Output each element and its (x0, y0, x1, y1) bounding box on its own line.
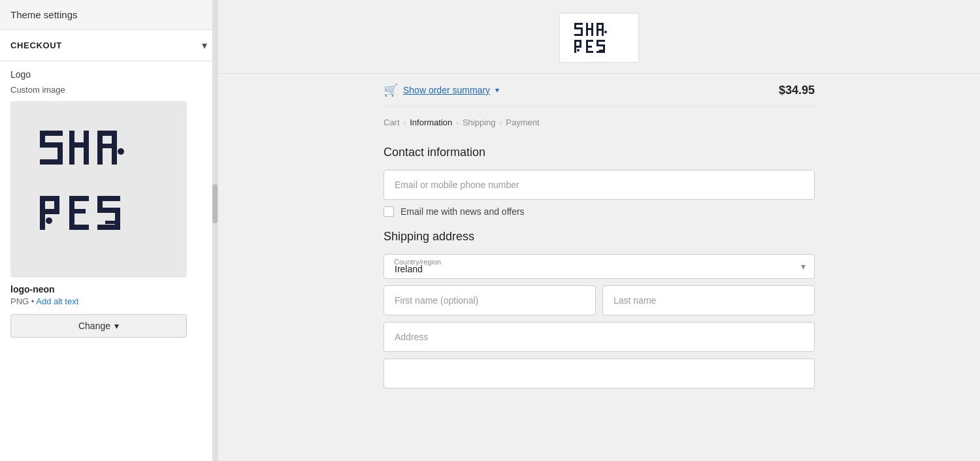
address-field[interactable] (384, 322, 815, 352)
name-row (384, 285, 815, 315)
svg-rect-31 (581, 29, 583, 35)
logo-image-container (10, 101, 187, 278)
order-summary-toggle[interactable]: 🛒 Show order summary ▾ (384, 83, 499, 97)
country-select-wrapper: Country/region Ireland United States Uni… (384, 254, 815, 279)
address-field-2[interactable] (384, 358, 815, 389)
svg-rect-3 (57, 148, 63, 161)
svg-rect-53 (596, 51, 605, 53)
breadcrumb-shipping[interactable]: Shipping (463, 118, 496, 127)
svg-rect-46 (586, 40, 593, 42)
svg-rect-48 (586, 51, 593, 53)
last-name-field[interactable] (602, 285, 815, 315)
checkout-logo-area (218, 0, 980, 74)
checkout-logo-box (559, 13, 639, 63)
svg-rect-32 (574, 34, 583, 36)
svg-rect-35 (591, 23, 593, 36)
svg-rect-30 (574, 27, 583, 29)
newsletter-checkbox[interactable] (384, 206, 394, 217)
svg-rect-39 (596, 29, 604, 31)
change-chevron-icon: ▾ (114, 321, 119, 331)
right-panel: 🛒 Show order summary ▾ $34.95 Cart › Inf… (218, 0, 980, 461)
logo-label: Logo (10, 69, 207, 80)
first-name-field[interactable] (384, 285, 596, 315)
email-field[interactable] (384, 170, 815, 200)
breadcrumb-sep-1: › (404, 119, 406, 127)
order-total: $34.95 (779, 84, 815, 97)
svg-point-40 (604, 31, 607, 33)
svg-rect-11 (97, 144, 117, 148)
logo-name: logo-neon (10, 284, 207, 294)
newsletter-label: Email me with news and offers (400, 206, 525, 217)
left-panel: Theme settings CHECKOUT ▾ Logo Custom im… (0, 0, 218, 461)
breadcrumb-payment[interactable]: Payment (506, 118, 539, 127)
order-summary-chevron-icon: ▾ (495, 86, 499, 95)
breadcrumb-sep-2: › (456, 119, 459, 127)
breadcrumb-cart[interactable]: Cart (384, 118, 400, 127)
scrollbar-track (212, 0, 218, 461)
custom-image-label: Custom image (10, 85, 207, 95)
svg-rect-22 (97, 196, 103, 209)
order-summary-text: Show order summary (403, 85, 490, 95)
svg-rect-16 (54, 196, 59, 214)
theme-settings-header: Theme settings (0, 0, 218, 30)
svg-rect-23 (97, 208, 120, 213)
breadcrumb: Cart › Information › Shipping › Payment (384, 118, 815, 127)
svg-rect-1 (40, 131, 45, 144)
svg-rect-18 (69, 196, 89, 201)
cart-icon: 🛒 (384, 83, 398, 97)
svg-rect-44 (580, 40, 581, 48)
add-alt-text-link[interactable]: Add alt text (36, 296, 78, 306)
svg-rect-2 (40, 142, 63, 148)
svg-rect-7 (84, 131, 89, 165)
checkout-label: CHECKOUT (10, 40, 62, 50)
svg-rect-29 (574, 23, 576, 28)
country-select[interactable]: Ireland United States United Kingdom (384, 254, 815, 279)
right-content: 🛒 Show order summary ▾ $34.95 Cart › Inf… (218, 74, 980, 402)
checkout-section[interactable]: CHECKOUT ▾ (0, 30, 218, 61)
contact-section-title: Contact information (384, 146, 815, 159)
svg-rect-20 (69, 225, 89, 230)
svg-point-12 (118, 148, 124, 155)
svg-rect-4 (40, 159, 63, 165)
shipping-section-title: Shipping address (384, 230, 815, 244)
theme-settings-title: Theme settings (10, 9, 78, 20)
svg-rect-50 (596, 40, 598, 45)
svg-rect-55 (599, 50, 604, 51)
logo-section: Logo Custom image (0, 61, 218, 342)
svg-point-54 (577, 49, 580, 52)
shapes-logo-svg (33, 124, 164, 255)
svg-rect-19 (69, 209, 86, 214)
svg-rect-25 (97, 225, 120, 230)
breadcrumb-information[interactable]: Information (410, 118, 452, 127)
change-button[interactable]: Change ▾ (10, 314, 187, 338)
logo-meta: PNG • Add alt text (10, 296, 207, 306)
svg-rect-27 (105, 221, 117, 224)
newsletter-row: Email me with news and offers (384, 206, 815, 217)
svg-rect-51 (596, 44, 605, 46)
checkout-logo-svg (573, 22, 625, 54)
order-summary-bar: 🛒 Show order summary ▾ $34.95 (384, 74, 815, 107)
svg-rect-47 (586, 46, 592, 48)
checkout-chevron-icon: ▾ (202, 39, 207, 52)
svg-point-26 (46, 217, 52, 224)
form-area: Contact information Email me with news a… (384, 133, 815, 402)
breadcrumb-sep-3: › (500, 119, 502, 127)
scrollbar-thumb[interactable] (212, 184, 218, 223)
